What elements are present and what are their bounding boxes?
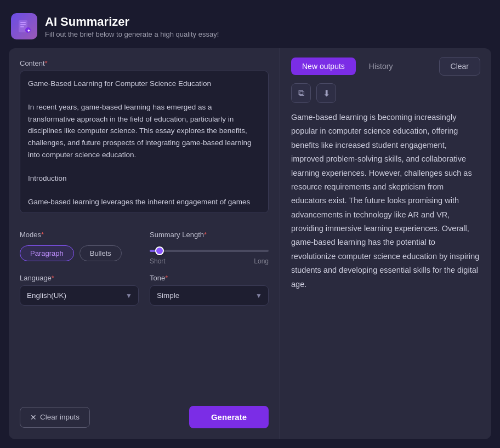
modes-label: Modes* xyxy=(20,231,139,239)
modes-section: Modes* Paragraph Bullets xyxy=(20,231,139,265)
right-panel: New outputs History Clear ⧉ ⬇ Game-based… xyxy=(280,48,491,439)
generate-button[interactable]: Generate xyxy=(189,406,269,428)
clear-output-button[interactable]: Clear xyxy=(439,57,480,76)
language-select[interactable]: English(UK) English(US) French German Sp… xyxy=(20,285,139,306)
main-panel: Content* Game-Based Learning for Compute… xyxy=(9,48,491,439)
content-textarea[interactable]: Game-Based Learning for Computer Science… xyxy=(20,71,269,213)
app-icon: ✦ xyxy=(11,13,37,39)
tone-section: Tone* Simple Formal Casual Technical ▼ xyxy=(150,274,269,306)
output-actions: ⧉ ⬇ xyxy=(291,83,480,103)
copy-icon: ⧉ xyxy=(298,88,304,98)
clear-inputs-button[interactable]: ✕ Clear inputs xyxy=(20,407,90,428)
summary-length-label: Summary Length* xyxy=(150,231,269,239)
mode-paragraph-button[interactable]: Paragraph xyxy=(20,245,74,261)
download-icon: ⬇ xyxy=(323,88,330,99)
slider-max-label: Long xyxy=(254,257,269,265)
app-header: ✦ AI Summarizer Fill out the brief below… xyxy=(9,9,491,48)
tone-label: Tone* xyxy=(150,274,269,282)
bottom-actions: ✕ Clear inputs Generate xyxy=(20,406,269,428)
app-title: AI Summarizer xyxy=(45,15,219,29)
copy-button[interactable]: ⧉ xyxy=(291,83,311,103)
tab-history[interactable]: History xyxy=(358,58,404,75)
mode-bullets-button[interactable]: Bullets xyxy=(79,245,122,261)
tab-new-outputs[interactable]: New outputs xyxy=(291,58,356,75)
language-label: Language* xyxy=(20,274,139,282)
summary-length-slider[interactable] xyxy=(150,250,269,252)
slider-min-label: Short xyxy=(150,257,166,265)
tone-select[interactable]: Simple Formal Casual Technical xyxy=(150,285,269,306)
output-text: Game-based learning is becoming increasi… xyxy=(291,111,480,428)
summary-length-section: Summary Length* Short Long xyxy=(150,231,269,265)
app-title-block: AI Summarizer Fill out the brief below t… xyxy=(45,15,219,38)
language-dropdown-wrapper: English(UK) English(US) French German Sp… xyxy=(20,285,139,306)
language-section: Language* English(UK) English(US) French… xyxy=(20,274,139,306)
left-panel: Content* Game-Based Learning for Compute… xyxy=(9,48,280,439)
modes-buttons: Paragraph Bullets xyxy=(20,245,139,261)
download-button[interactable]: ⬇ xyxy=(316,83,336,103)
svg-rect-3 xyxy=(20,26,24,27)
content-label: Content* xyxy=(20,59,269,67)
svg-text:✦: ✦ xyxy=(27,28,31,33)
language-tone-row: Language* English(UK) English(US) French… xyxy=(20,274,269,306)
clear-inputs-x-icon: ✕ xyxy=(30,413,37,422)
output-tabs: New outputs History Clear xyxy=(291,57,480,76)
slider-container: Short Long xyxy=(150,244,269,265)
svg-rect-1 xyxy=(20,22,26,23)
clear-inputs-label: Clear inputs xyxy=(40,413,79,421)
tone-dropdown-wrapper: Simple Formal Casual Technical ▼ xyxy=(150,285,269,306)
app-subtitle: Fill out the brief below to generate a h… xyxy=(45,30,219,38)
svg-rect-2 xyxy=(20,24,26,25)
modes-summary-row: Modes* Paragraph Bullets Summary Length*… xyxy=(20,231,269,265)
content-section: Content* Game-Based Learning for Compute… xyxy=(20,59,269,215)
